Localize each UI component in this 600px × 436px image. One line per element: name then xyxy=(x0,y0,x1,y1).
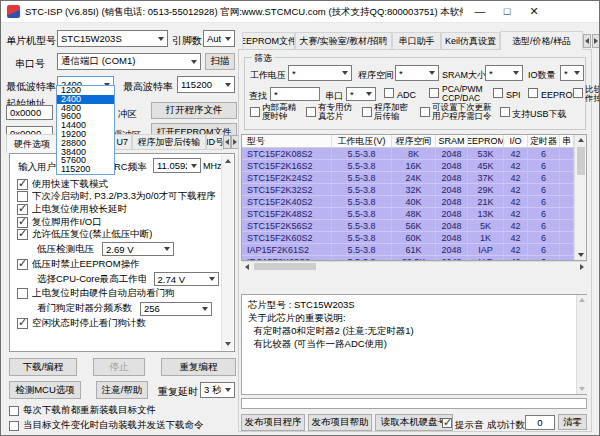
option-combo[interactable]: 2.74 V xyxy=(154,272,219,286)
scroll-up-icon[interactable] xyxy=(578,296,586,304)
scroll-up-icon[interactable] xyxy=(577,136,585,144)
table-header-cell[interactable]: I/O xyxy=(504,135,528,147)
close-button[interactable]: ✕ xyxy=(521,1,547,22)
reload-target-file-check[interactable]: 每次下载前都重新装载目标文件 xyxy=(9,404,156,417)
option-row[interactable]: 低压检测电压 2.69 V xyxy=(12,241,219,258)
table-row[interactable]: STC15F2K24S2 5.5-3.8 24K 2048 37K 42 6 xyxy=(242,172,586,184)
checkbox[interactable] xyxy=(9,406,19,416)
option-row[interactable]: 看门狗定时器分频系数 256 xyxy=(12,300,219,317)
option-checkbox[interactable] xyxy=(17,318,28,329)
publish-help-button[interactable]: 发布项目帮助 xyxy=(308,414,372,431)
table-header-cell[interactable]: SRAM xyxy=(436,135,468,147)
scroll-thumb[interactable] xyxy=(254,263,316,270)
tab-serial-assistant[interactable]: 串口助手 xyxy=(392,32,441,50)
spi-checkbox[interactable] xyxy=(493,88,503,98)
usb-download-checkbox[interactable] xyxy=(500,107,510,117)
emulation-chip-checkbox[interactable] xyxy=(306,107,316,117)
table-header-cell[interactable]: 定时器 xyxy=(528,135,560,147)
option-checkbox[interactable] xyxy=(17,179,28,190)
tab-eeprom-file[interactable]: EEPROM文件 xyxy=(242,32,295,50)
open-program-file-button[interactable]: 打开程序文件 xyxy=(151,102,237,119)
minimize-button[interactable]: — xyxy=(467,1,493,22)
table-row[interactable]: STC15F2K40S2 5.5-3.8 40K 2048 21K 42 6 xyxy=(242,196,586,208)
table-header-cell[interactable]: 工作电压(V) xyxy=(332,135,392,147)
chip-info-scrollbar[interactable] xyxy=(576,295,587,394)
sram-filter-combo[interactable]: * xyxy=(485,65,523,81)
table-header-cell[interactable]: 程序空间 xyxy=(392,135,436,147)
repeat-program-button[interactable]: 重复编程 xyxy=(161,358,236,376)
table-vertical-scrollbar[interactable] xyxy=(574,135,586,260)
repeat-delay-combo[interactable]: 3 秒 xyxy=(200,382,235,398)
option-row[interactable]: 复位脚用作I/O口 xyxy=(12,216,219,229)
encrypt-transfer-checkbox[interactable] xyxy=(362,107,372,117)
option-row[interactable]: 选择CPU-Core最高工作电压 2.74 V xyxy=(12,271,219,288)
option-combo[interactable]: 2.69 V xyxy=(102,242,174,256)
scroll-thumb[interactable] xyxy=(577,147,585,175)
uart-filter-combo[interactable]: * xyxy=(346,87,376,101)
eeprom-checkbox[interactable] xyxy=(528,88,538,98)
option-row[interactable]: 使用快速下载模式 xyxy=(12,178,219,191)
option-row[interactable]: 低压时禁止EEPROM操作 xyxy=(12,258,219,271)
scroll-down-icon[interactable] xyxy=(578,385,586,393)
table-row[interactable]: STC15F2K48S2 5.5-3.8 48K 2048 13K 42 6 xyxy=(242,208,586,220)
tab-scroll-left-icon[interactable] xyxy=(223,135,231,149)
adc-checkbox[interactable] xyxy=(384,88,394,98)
publish-project-button[interactable]: 发布项目程序 xyxy=(241,414,305,431)
tab-selection-price-sample[interactable]: 选型/价格/样品 xyxy=(500,31,583,50)
io-filter-combo[interactable]: * xyxy=(560,65,584,81)
scroll-left-icon[interactable] xyxy=(243,263,251,271)
scroll-right-icon[interactable] xyxy=(578,263,586,271)
option-checkbox[interactable] xyxy=(17,259,28,270)
table-row[interactable]: IAP15F2K61S2 5.5-3.8 61K 2048 IAP 42 6 xyxy=(242,244,586,256)
clear-count-button[interactable]: 清零 xyxy=(558,414,587,430)
irc-frequency-combo[interactable]: 11.0592 xyxy=(153,158,201,173)
option-row[interactable]: 上电复位使用较长延时 xyxy=(12,203,219,216)
option-row[interactable]: 允许低压复位(禁止低压中断) xyxy=(12,228,219,241)
tab-id-number[interactable]: ID号 xyxy=(206,134,224,150)
pca-pwm-checkbox[interactable] xyxy=(429,88,439,98)
option-checkbox[interactable] xyxy=(17,217,28,228)
check-mcu-options-button[interactable]: 检测MCU选项 xyxy=(9,381,81,399)
maximize-button[interactable]: □ xyxy=(494,1,520,22)
options-scrollbar[interactable] xyxy=(221,155,233,350)
scroll-down-icon[interactable] xyxy=(577,251,585,259)
table-header-cell[interactable]: 串 xyxy=(560,135,574,147)
tab-keil-settings[interactable]: Keil仿真设置 xyxy=(441,32,500,50)
table-row[interactable]: STC15F2K32S2 5.5-3.8 32K 2048 29K 42 6 xyxy=(242,184,586,196)
table-row[interactable]: STC15F2K56S2 5.5-3.8 56K 2048 5K 42 6 xyxy=(242,220,586,232)
option-row[interactable]: 下次冷启动时, P3.2/P3.3为0/0才可下载程序 xyxy=(12,191,219,204)
password-update-checkbox[interactable] xyxy=(420,107,430,117)
table-header-cell[interactable]: 型号 xyxy=(242,135,332,147)
internal-clock-checkbox[interactable] xyxy=(250,107,260,117)
option-checkbox[interactable] xyxy=(17,288,28,299)
option-row[interactable]: 空闲状态时停止看门狗计数 xyxy=(12,317,219,330)
download-program-button[interactable]: 下载/编程 xyxy=(9,358,77,376)
tab-encrypt-transfer[interactable]: 程序加密后传输 xyxy=(132,134,206,150)
scan-button[interactable]: 扫描 xyxy=(205,53,235,70)
rtab-scroll-right-icon[interactable] xyxy=(592,34,600,48)
table-row[interactable]: STC15F2K60S2 5.5-3.8 60K 2048 1K 42 6 xyxy=(242,232,586,244)
pin-count-combo[interactable]: Auto xyxy=(203,30,235,47)
option-row[interactable]: 上电复位时由硬件自动启动看门狗 xyxy=(12,288,219,301)
baud-option[interactable]: 115200 xyxy=(57,165,114,174)
option-checkbox[interactable] xyxy=(17,204,28,215)
table-header-cell[interactable]: EEPROM xyxy=(468,135,504,147)
scroll-up-icon[interactable] xyxy=(225,159,231,163)
checkbox[interactable] xyxy=(9,421,19,431)
option-checkbox[interactable] xyxy=(17,191,28,202)
tab-contest-lab[interactable]: 大赛/实验室/教材/招聘 xyxy=(295,32,392,50)
comparator-checkbox[interactable] xyxy=(573,88,583,98)
table-row[interactable]: STC15F2K08S2 5.5-3.8 8K 2048 53K 42 6 xyxy=(242,148,586,160)
auto-load-send-check[interactable]: 当目标文件变化时自动装载并发送下载命令 xyxy=(9,419,204,432)
note-help-button[interactable]: 注意/帮助 xyxy=(96,381,148,399)
code-start-address-input[interactable]: 0x0000 xyxy=(6,105,53,120)
program-space-filter-combo[interactable]: * xyxy=(395,65,439,81)
option-combo[interactable]: 256 xyxy=(140,302,212,316)
beep-checkbox[interactable] xyxy=(442,418,452,428)
table-horizontal-scrollbar[interactable] xyxy=(242,261,587,271)
rtab-scroll-left-icon[interactable] xyxy=(583,34,591,48)
mcu-model-combo[interactable]: STC15W203S xyxy=(57,30,168,47)
option-checkbox[interactable] xyxy=(17,229,28,240)
tab-hardware-options[interactable]: 硬件选项 xyxy=(6,134,58,153)
serial-port-combo[interactable]: 通信端口 (COM1) xyxy=(57,53,201,70)
